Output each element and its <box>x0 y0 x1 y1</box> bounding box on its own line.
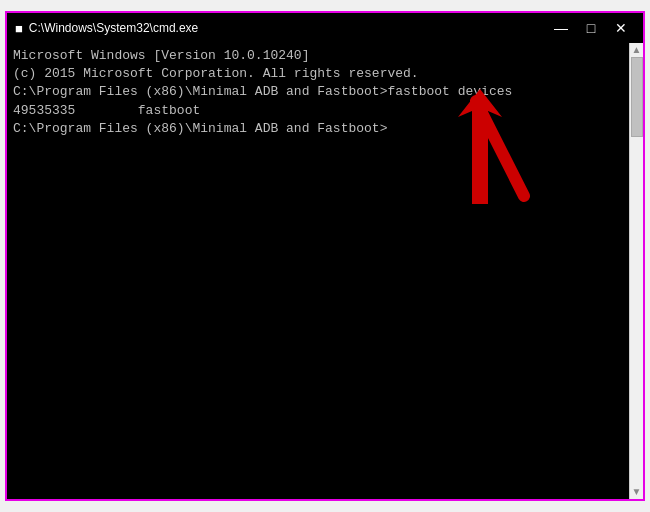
window-frame: ■ C:\Windows\System32\cmd.exe — □ ✕ Micr… <box>5 11 645 501</box>
terminal-line-5: 49535335 fastboot <box>13 102 623 120</box>
title-controls: — □ ✕ <box>547 17 635 39</box>
minimize-button[interactable]: — <box>547 17 575 39</box>
title-text: C:\Windows\System32\cmd.exe <box>29 21 198 35</box>
scrollbar[interactable]: ▲ ▼ <box>629 43 643 499</box>
window-body: Microsoft Windows [Version 10.0.10240] (… <box>7 43 643 499</box>
maximize-button[interactable]: □ <box>577 17 605 39</box>
title-bar: ■ C:\Windows\System32\cmd.exe — □ ✕ <box>7 13 643 43</box>
terminal-line-1: Microsoft Windows [Version 10.0.10240] <box>13 47 623 65</box>
terminal-line-7: C:\Program Files (x86)\Minimal ADB and F… <box>13 120 623 138</box>
close-button[interactable]: ✕ <box>607 17 635 39</box>
scroll-thumb[interactable] <box>631 57 643 137</box>
cmd-terminal[interactable]: Microsoft Windows [Version 10.0.10240] (… <box>7 43 629 499</box>
title-bar-left: ■ C:\Windows\System32\cmd.exe <box>15 21 198 36</box>
cmd-icon: ■ <box>15 21 23 36</box>
terminal-line-4: C:\Program Files (x86)\Minimal ADB and F… <box>13 83 623 101</box>
terminal-line-2: (c) 2015 Microsoft Corporation. All righ… <box>13 65 623 83</box>
